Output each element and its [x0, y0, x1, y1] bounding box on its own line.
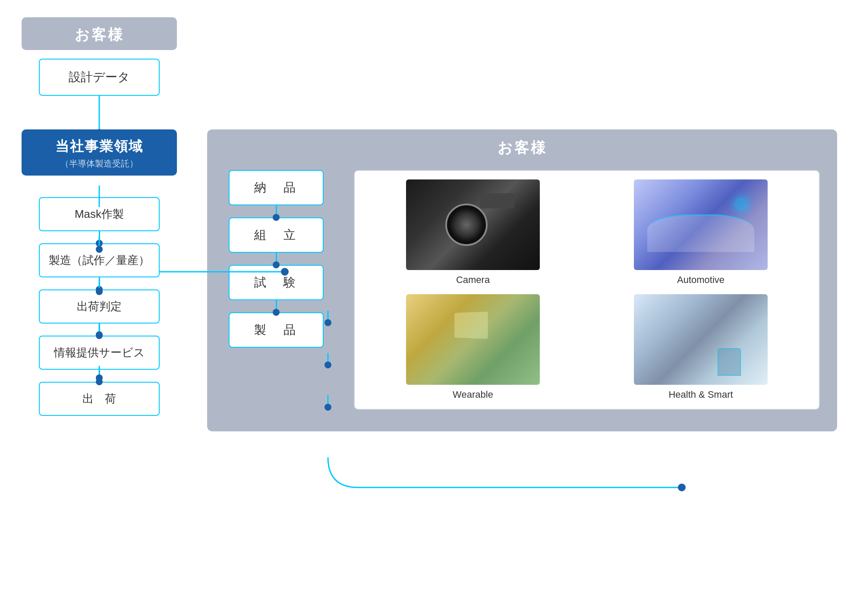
- product-label-automotive: Automotive: [677, 274, 724, 286]
- process-shipping-judgment: 出荷判定: [39, 289, 160, 324]
- customer-panel-title: お客様: [224, 138, 820, 158]
- delivery-box-test: 試 験: [229, 265, 324, 300]
- product-image-health: [634, 294, 768, 385]
- delivery-box-delivery: 納 品: [229, 170, 324, 205]
- delivery-column: 納 品 組 立 試 験: [224, 170, 328, 348]
- delivery-box-product: 製 品: [229, 312, 324, 348]
- customer-panel: お客様 納 品 組 立: [207, 129, 837, 431]
- customer-header-box: お客様: [22, 17, 177, 50]
- top-customer-area: お客様 設計データ: [9, 17, 190, 96]
- product-item-camera: Camera: [363, 179, 583, 286]
- product-item-wearable: Wearable: [363, 294, 583, 400]
- customer-header-label: お客様: [75, 26, 124, 43]
- design-data-box: 設計データ: [39, 59, 160, 96]
- business-area-subtitle: （半導体製造受託）: [30, 158, 168, 170]
- right-section: お客様 納 品 組 立: [207, 129, 837, 431]
- product-grid-container: Camera Automotive: [354, 170, 820, 410]
- design-data-label: 設計データ: [69, 70, 130, 84]
- product-image-wearable: [406, 294, 540, 385]
- business-area-box: 当社事業領域 （半導体製造受託）: [22, 129, 177, 176]
- process-info-service: 情報提供サービス: [39, 336, 160, 370]
- product-label-camera: Camera: [456, 274, 490, 286]
- product-label-health: Health & Smart: [668, 389, 733, 400]
- delivery-box-assembly: 組 立: [229, 217, 324, 253]
- process-manufacturing: 製造（試作／量産）: [39, 243, 160, 277]
- product-label-wearable: Wearable: [453, 389, 493, 400]
- process-shipping: 出 荷: [39, 382, 160, 416]
- product-grid: Camera Automotive: [363, 179, 810, 400]
- customer-panel-inner: 納 品 組 立 試 験: [224, 170, 820, 410]
- product-image-camera: [406, 179, 540, 270]
- product-item-automotive: Automotive: [591, 179, 810, 286]
- product-item-health: Health & Smart: [591, 294, 810, 400]
- process-mask: Mask作製: [39, 197, 160, 231]
- svg-point-19: [678, 484, 686, 491]
- diagram-wrapper: お客様 設計データ 当社事業領域 （半導体製造受託） Mask作製 製造（試作／…: [9, 0, 854, 595]
- left-flow: 当社事業領域 （半導体製造受託） Mask作製 製造（試作／量産） 出荷判定 情…: [9, 129, 190, 416]
- product-image-automotive: [634, 179, 768, 270]
- business-area-title: 当社事業領域: [30, 137, 168, 156]
